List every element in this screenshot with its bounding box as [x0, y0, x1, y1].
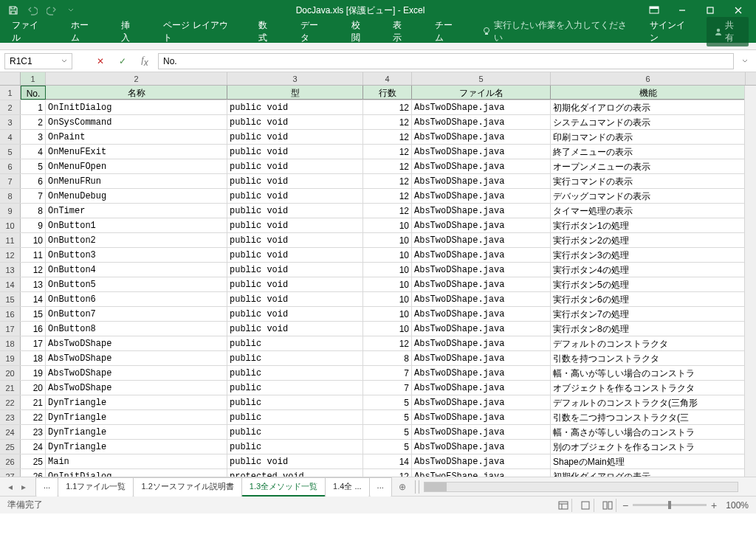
- row-header[interactable]: 19: [0, 351, 21, 365]
- row-header[interactable]: 3: [0, 115, 21, 129]
- cell-file[interactable]: AbsTwoDShape.java: [412, 204, 551, 218]
- cell-func[interactable]: ShapeのMain処理: [551, 454, 746, 468]
- cell-func[interactable]: タイマー処理の表示: [551, 204, 746, 218]
- cell-file[interactable]: AbsTwoDShape.java: [412, 277, 551, 291]
- cell-lines[interactable]: 10: [363, 263, 412, 277]
- row-header[interactable]: 18: [0, 336, 21, 350]
- cell-type[interactable]: public void: [227, 263, 363, 277]
- formula-input[interactable]: No.: [158, 53, 734, 69]
- cell-name[interactable]: OnButton7: [46, 307, 227, 321]
- cell-name[interactable]: OnPaint: [46, 130, 227, 144]
- row-header[interactable]: 20: [0, 366, 21, 380]
- cell-func[interactable]: 実行ボタン5の処理: [551, 277, 746, 291]
- cell-name[interactable]: OnSysCommand: [46, 115, 227, 129]
- cell-lines[interactable]: 5: [363, 410, 412, 424]
- cell-func[interactable]: システムコマンドの表示: [551, 115, 746, 129]
- cell-name[interactable]: OnMenuFOpen: [46, 159, 227, 173]
- vertical-scrollbar[interactable]: [744, 86, 756, 477]
- cell-func[interactable]: 実行ボタン7の処理: [551, 307, 746, 321]
- cell-no[interactable]: 8: [21, 204, 46, 218]
- header-func[interactable]: 機能: [551, 86, 746, 100]
- row-header[interactable]: 5: [0, 145, 21, 159]
- cell-file[interactable]: AbsTwoDShape.java: [412, 410, 551, 424]
- cell-func[interactable]: 別のオブジェクトを作るコンストラ: [551, 440, 746, 454]
- cell-name[interactable]: DynTriangle: [46, 410, 227, 424]
- cell-type[interactable]: public: [227, 336, 363, 350]
- col-header[interactable]: 2: [46, 72, 227, 85]
- cell-func[interactable]: 初期化ダイアログの表示: [551, 100, 746, 114]
- cell-lines[interactable]: 7: [363, 381, 412, 395]
- cell-no[interactable]: 22: [21, 410, 46, 424]
- cell-file[interactable]: AbsTwoDShape.java: [412, 218, 551, 232]
- cell-lines[interactable]: 12: [363, 145, 412, 159]
- zoom-level[interactable]: 100%: [726, 500, 749, 511]
- row-header[interactable]: 22: [0, 395, 21, 409]
- select-all-corner[interactable]: [0, 72, 21, 85]
- cell-no[interactable]: 15: [21, 307, 46, 321]
- cell-no[interactable]: 19: [21, 366, 46, 380]
- tab-data[interactable]: データ: [296, 16, 330, 47]
- redo-button[interactable]: [43, 2, 61, 18]
- cell-name[interactable]: OnButton5: [46, 277, 227, 291]
- enter-button[interactable]: ✓: [114, 53, 131, 69]
- cell-func[interactable]: デフォルトのコンストラクタ(三角形: [551, 395, 746, 409]
- row-header[interactable]: 9: [0, 204, 21, 218]
- cell-type[interactable]: public: [227, 366, 363, 380]
- cell-lines[interactable]: 10: [363, 322, 412, 336]
- share-button[interactable]: 共有: [707, 17, 749, 46]
- row-header[interactable]: 8: [0, 189, 21, 203]
- cell-type[interactable]: protected void: [227, 469, 363, 477]
- cell-func[interactable]: 実行ボタン1の処理: [551, 218, 746, 232]
- cell-file[interactable]: AbsTwoDShape.java: [412, 100, 551, 114]
- cell-type[interactable]: public: [227, 351, 363, 365]
- cell-no[interactable]: 13: [21, 277, 46, 291]
- cell-file[interactable]: AbsTwoDShape.java: [412, 336, 551, 350]
- tab-formulas[interactable]: 数式: [254, 16, 280, 47]
- page-break-view-button[interactable]: [600, 499, 616, 512]
- sheet-tab[interactable]: 1.3全メソッド一覧: [241, 477, 326, 497]
- row-header[interactable]: 4: [0, 130, 21, 144]
- row-header[interactable]: 25: [0, 440, 21, 454]
- cell-lines[interactable]: 12: [363, 336, 412, 350]
- cell-name[interactable]: OnTimer: [46, 204, 227, 218]
- cell-type[interactable]: public void: [227, 233, 363, 247]
- cell-type[interactable]: public void: [227, 159, 363, 173]
- horizontal-scrollbar[interactable]: [424, 482, 738, 492]
- cell-lines[interactable]: 12: [363, 159, 412, 173]
- row-header[interactable]: 10: [0, 218, 21, 232]
- tab-pagelayout[interactable]: ページ レイアウト: [159, 16, 238, 47]
- cell-func[interactable]: 実行ボタン6の処理: [551, 292, 746, 306]
- cell-no[interactable]: 20: [21, 381, 46, 395]
- cell-type[interactable]: public void: [227, 145, 363, 159]
- col-header[interactable]: 5: [412, 72, 551, 85]
- cell-func[interactable]: 引数を二つ持つコンストラクタ(三: [551, 410, 746, 424]
- cell-type[interactable]: public void: [227, 189, 363, 203]
- cell-lines[interactable]: 12: [363, 189, 412, 203]
- zoom-slider[interactable]: [633, 504, 707, 506]
- cell-no[interactable]: 11: [21, 248, 46, 262]
- cell-name[interactable]: OnMenuFRun: [46, 174, 227, 188]
- undo-button[interactable]: [24, 2, 41, 18]
- tab-split-handle[interactable]: [415, 480, 419, 494]
- sheet-tab[interactable]: 1.4全 ...: [325, 477, 370, 497]
- zoom-out-button[interactable]: −: [622, 499, 628, 511]
- tell-me-box[interactable]: 実行したい作業を入力してください: [481, 19, 630, 44]
- cell-lines[interactable]: 12: [363, 174, 412, 188]
- cell-func[interactable]: 実行ボタン8の処理: [551, 322, 746, 336]
- row-header[interactable]: 7: [0, 174, 21, 188]
- new-sheet-button[interactable]: ⊕: [394, 479, 410, 495]
- cell-type[interactable]: public void: [227, 218, 363, 232]
- cell-file[interactable]: AbsTwoDShape.java: [412, 322, 551, 336]
- col-header[interactable]: 4: [363, 72, 412, 85]
- cancel-button[interactable]: ✕: [92, 53, 109, 69]
- cell-lines[interactable]: 10: [363, 218, 412, 232]
- cell-name[interactable]: OnButton6: [46, 292, 227, 306]
- cell-lines[interactable]: 5: [363, 395, 412, 409]
- expand-formula-button[interactable]: [738, 58, 752, 65]
- header-lines[interactable]: 行数: [363, 86, 412, 100]
- cell-func[interactable]: 引数を持つコンストラクタ: [551, 351, 746, 365]
- cell-file[interactable]: AbsTwoDShape.java: [412, 381, 551, 395]
- cell-name[interactable]: DynTriangle: [46, 440, 227, 454]
- cell-no[interactable]: 3: [21, 130, 46, 144]
- row-header[interactable]: 6: [0, 159, 21, 173]
